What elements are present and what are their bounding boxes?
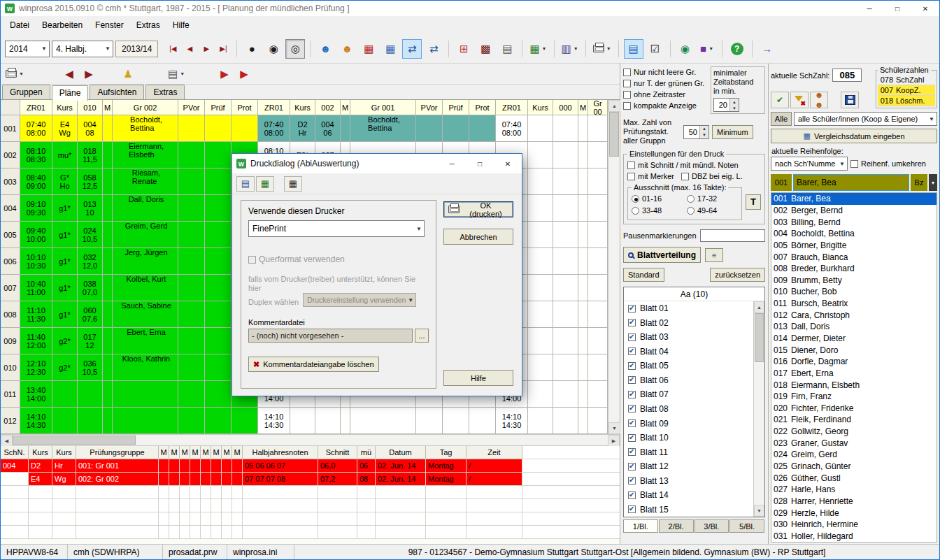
grid-pruef-cell[interactable] (205, 381, 232, 408)
display-option-checkbox-3[interactable]: kompakte Anzeige (623, 100, 708, 111)
scroll-thumb[interactable] (609, 112, 619, 157)
order-select[interactable]: nach Sch'Numme ▼ (771, 157, 848, 171)
grid-pvor-cell[interactable] (416, 408, 443, 434)
blatt-options-button[interactable]: ≡ (705, 248, 723, 262)
max-takte-spinner[interactable]: 50 ▲▼ (683, 125, 709, 139)
grid-num-cell[interactable] (553, 354, 578, 381)
grid-name-cell[interactable]: Bocholdt, Bettina (350, 115, 416, 142)
grid-name-cell[interactable]: Dall, Doris (113, 195, 178, 222)
student-list-item[interactable]: 020Fichter, Friderike (771, 403, 937, 415)
grid-time-cell[interactable]: 08:40 09:00 (20, 168, 52, 195)
grid-name-cell[interactable] (588, 195, 608, 222)
student-list-item[interactable]: 004Bocholdt, Bettina (771, 228, 937, 240)
student-list-item[interactable]: 031Holler, Hildegard (771, 531, 937, 543)
grid-pruef-cell[interactable] (205, 222, 232, 248)
grid-time-cell[interactable]: 07:40 08:00 (20, 115, 52, 142)
student-list-item[interactable]: 002Berger, Bernd (771, 205, 937, 217)
dbz-checkbox[interactable]: DBZ bei eig. L. (681, 171, 743, 182)
forward-button[interactable]: ▶ (79, 64, 99, 84)
course-filter-button[interactable]: ▥▼ (560, 39, 581, 59)
grid-horizontal-scrollbar[interactable]: ◀ ▶ (1, 434, 620, 446)
grid-pvor-cell[interactable] (178, 381, 205, 408)
grid-kurs-cell[interactable]: g1* (52, 275, 78, 301)
grid-name-cell[interactable] (350, 408, 416, 434)
grid-num-cell[interactable]: 058 12,5 (78, 168, 103, 195)
menu-item-datei[interactable]: Datei (3, 17, 36, 33)
blatt-item[interactable]: Blatt 11 (628, 445, 753, 459)
grid-pvor-cell[interactable] (178, 168, 205, 195)
grid-num-cell[interactable] (553, 248, 578, 275)
grid-m-cell[interactable] (103, 381, 113, 408)
grid-m-cell[interactable] (578, 168, 588, 195)
grid-name-cell[interactable]: Bocholdt, Bettina (113, 115, 178, 142)
grid-name-cell[interactable] (113, 381, 178, 408)
student-list-item[interactable]: 005Börner, Brigitte (771, 240, 937, 252)
save-button[interactable] (841, 92, 859, 108)
grid-pvor-cell[interactable] (178, 275, 205, 301)
grid-pvor-cell[interactable] (178, 222, 205, 248)
grid-kurs-cell[interactable]: g1* (52, 222, 78, 248)
grid-num-cell[interactable] (553, 408, 578, 434)
grid-num-cell[interactable] (553, 222, 578, 248)
student-list-item[interactable]: 022Gollwitz, Georg (771, 426, 937, 438)
help-button[interactable]: Hilfe (443, 370, 513, 386)
blatt-item[interactable]: Blatt 12 (628, 459, 753, 474)
student-list-item[interactable]: 023Graner, Gustav (771, 437, 937, 449)
blatt-item[interactable]: Blatt 09 (628, 416, 753, 431)
ausschnitt-radio-01-16[interactable]: 01-16 (632, 193, 683, 204)
blatt-item[interactable]: Blatt 03 (628, 330, 753, 345)
display-option-checkbox-2[interactable]: ohne Zeitraster (623, 89, 708, 100)
spinner-arrows-icon[interactable]: ▲▼ (729, 99, 739, 111)
grid-kurs-cell[interactable] (52, 408, 78, 434)
assistant-button[interactable]: ♟ (118, 64, 138, 84)
grid-pruef-cell[interactable] (205, 275, 232, 301)
grid-m-cell[interactable] (103, 301, 113, 328)
exam-table-row[interactable] (1, 499, 620, 512)
grid-pvor-cell[interactable] (178, 142, 205, 168)
standard-button[interactable]: Standard (623, 268, 664, 282)
grid-kurs-cell[interactable]: g1* (52, 248, 78, 275)
kommentardatei-input[interactable] (248, 329, 413, 343)
grid-m-cell[interactable] (103, 354, 113, 381)
import-button[interactable]: ▶ (215, 64, 234, 84)
ok-button[interactable]: OK (drucken) (443, 201, 513, 217)
record-ring-button[interactable]: ◉ (264, 39, 283, 59)
grid-kurs-cell[interactable] (528, 142, 553, 168)
grid-name-cell[interactable]: Kloos, Kathrin (113, 354, 178, 381)
grid-num-cell[interactable]: 013 10 (78, 195, 103, 222)
document-button[interactable]: ▤▼ (166, 64, 187, 84)
grid-name-cell[interactable] (588, 328, 608, 354)
back-button[interactable]: ◀ (59, 64, 79, 84)
grid-time-cell[interactable]: 09:10 09:30 (20, 195, 52, 222)
exam-table-row[interactable] (1, 486, 620, 499)
grid-m-cell[interactable] (103, 115, 113, 142)
grid-num-cell[interactable]: 024 10,5 (78, 222, 103, 248)
display-option-checkbox-1[interactable]: nur T. der grünen Gr. (623, 78, 708, 89)
grid-num-cell[interactable] (553, 168, 578, 195)
pausen-input[interactable] (700, 229, 765, 242)
grid-num-cell[interactable]: 060 07,6 (78, 301, 103, 328)
grid-m-cell[interactable] (578, 408, 588, 434)
grid-kurs-cell[interactable] (528, 381, 553, 408)
blatt-item[interactable]: Blatt 13 (628, 473, 753, 488)
grid-name-cell[interactable] (588, 222, 608, 248)
maximize-button[interactable]: □ (883, 1, 911, 16)
grid-kurs-cell[interactable]: G* Ho (52, 168, 78, 195)
student-list-item[interactable]: 011Bursch, Beatrix (771, 298, 937, 310)
blatt-item[interactable]: Blatt 02 (628, 316, 753, 331)
grid-m-cell[interactable] (578, 222, 588, 248)
blatt-item[interactable]: Blatt 07 (628, 387, 753, 402)
grid-kurs-cell[interactable]: g1* (52, 195, 78, 222)
grid-kurs-cell[interactable]: g2* (52, 328, 78, 354)
grid-prot-cell[interactable] (232, 408, 258, 434)
grid-pruef-cell[interactable] (205, 408, 232, 434)
year-select[interactable]: 2014 ▼ (5, 41, 50, 57)
menu-item-extras[interactable]: Extras (130, 17, 166, 33)
plan-copy-button[interactable]: ⇄ (424, 39, 443, 59)
grid-name-cell[interactable]: Riesam, Renate (113, 168, 178, 195)
grid-num-cell[interactable]: 032 12,0 (78, 248, 103, 275)
druckereinstellung-select[interactable]: Druckereinstellung verwenden ▼ (303, 293, 416, 307)
grid-m-cell[interactable] (578, 275, 588, 301)
grid-time-cell[interactable]: 14:10 14:30 (258, 408, 290, 434)
grid-pvor-cell[interactable] (178, 195, 205, 222)
